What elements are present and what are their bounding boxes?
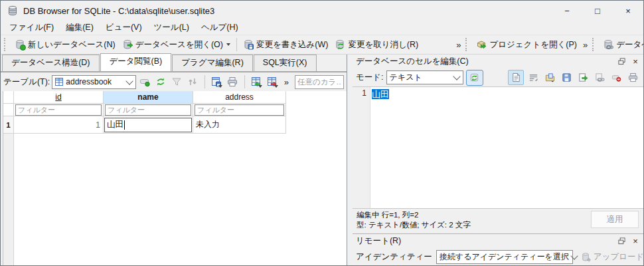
float-panel-button[interactable] [617,57,626,66]
import-file-button[interactable] [542,70,557,84]
app-window: DB Browser for SQLite - C:\data\sqlite\u… [0,0,644,266]
cell-editor-toolbar: モード: テキスト [353,68,643,86]
text-caret [124,120,125,130]
word-wrap-button[interactable] [526,70,540,84]
data-grid: id name address 1 [3,91,347,265]
browse-panel: データベース構造(D) データ閲覧(B) プラグマ編集(R) SQL実行(X) … [1,55,347,265]
export-table-button[interactable] [266,75,280,89]
refresh-button[interactable] [154,75,168,89]
save-file-button[interactable] [559,70,574,84]
connect-database-button[interactable]: データベースに接続(A) [600,37,644,53]
connect-database-label: データベースに接続(A) [616,39,644,51]
column-header-name[interactable]: name [104,91,193,104]
set-null-button[interactable] [609,70,623,84]
filter-button[interactable] [170,75,184,89]
open-database-button[interactable]: データベースを開く(O) [119,37,234,53]
apply-button[interactable]: 適用 [591,211,639,228]
toolbar-separator [204,75,205,88]
link-data-button[interactable] [592,70,607,84]
filter-any-column-input[interactable] [295,75,344,89]
float-panel-button[interactable] [617,237,626,246]
panel-splitter[interactable] [347,55,353,265]
tab-database-structure[interactable]: データベース構造(D) [2,55,100,71]
sort-button[interactable] [186,75,200,89]
column-header-address[interactable]: address [193,91,286,104]
filter-id-input[interactable] [15,104,102,116]
cell-text-editor[interactable]: 1 山田 [353,86,643,208]
cell-id[interactable]: 1 [14,116,104,134]
toolbar-drag-handle[interactable] [592,38,597,51]
identity-selector[interactable]: 接続するアイデンティティーを選択 [436,250,573,264]
document-icon [511,72,521,82]
menu-help[interactable]: ヘルプ(H) [195,21,244,35]
column-header-id[interactable]: id [14,91,104,104]
filter-cell [104,104,193,116]
filter-address-input[interactable] [195,104,284,116]
tab-edit-pragmas[interactable]: プラグマ編集(R) [172,55,253,71]
filter-icon [171,76,182,87]
close-panel-button[interactable]: × [631,57,640,66]
maximize-button[interactable]: □ [582,1,613,21]
inline-cell-editor[interactable]: 山田 [104,118,192,132]
open-folder-icon [545,72,555,82]
project-overflow-button[interactable]: » [580,40,590,50]
printer-icon [628,72,638,82]
upload-button[interactable]: アップロード [577,250,644,264]
cell-address[interactable]: 未入力 [193,116,286,134]
cell-name-editing[interactable]: 山田 [104,116,193,134]
table-selector[interactable]: addressbook [52,75,135,89]
auto-apply-button[interactable] [466,70,483,86]
app-icon [7,5,19,17]
menu-tools[interactable]: ツール(L) [148,21,195,35]
table-selector-value: addressbook [66,77,112,86]
tab-browse-data[interactable]: データ閲覧(B) [100,53,172,71]
chevron-down-icon [274,85,278,88]
print-button[interactable] [226,75,240,89]
filter-row-gutter [3,104,14,116]
import-table-button[interactable] [250,75,264,89]
text-mode-button[interactable] [508,70,524,85]
connect-database-icon [603,39,613,50]
filter-name-input[interactable] [105,104,191,116]
table-label: テーブル(T): [3,76,50,88]
refresh-icon [155,76,166,87]
link-icon [595,72,605,82]
insert-record-button[interactable] [138,75,152,89]
write-changes-button[interactable]: 変更を書き込み(W) [240,37,332,53]
save-results-button[interactable] [210,75,224,89]
grid-filter-row [3,104,347,116]
toolbar-drag-handle[interactable] [465,38,470,51]
menu-file[interactable]: ファイル(F) [3,21,60,35]
toolbar-drag-handle[interactable] [4,38,9,51]
save-results-icon [211,76,222,87]
new-database-button[interactable]: 新しいデータベース(N) [11,37,119,53]
open-project-icon [476,39,487,50]
title-bar: DB Browser for SQLite - C:\data\sqlite\u… [1,1,643,21]
export-data-button[interactable] [576,70,590,84]
menu-view[interactable]: ビュー(V) [100,21,148,35]
chevron-down-icon [453,72,460,80]
remote-identity-row: アイデンティティー 接続するアイデンティティーを選択 [353,248,643,265]
browse-overflow-button[interactable]: » [282,77,291,87]
save-icon [562,72,572,82]
chevron-down-icon [125,77,133,84]
cell-editor-icon-buttons [508,70,640,85]
menu-edit[interactable]: 編集(E) [60,21,100,35]
revert-changes-label: 変更を取り消し(R) [348,39,418,51]
editor-content[interactable]: 山田 [370,87,390,208]
mode-selector[interactable]: テキスト [386,70,463,84]
word-wrap-icon [528,72,538,82]
dock-header-buttons: × [617,57,640,66]
toolbar-separator [244,75,245,88]
toolbar-overflow-button[interactable]: » [453,40,463,50]
revert-changes-button[interactable]: 変更を取り消し(R) [331,37,422,53]
window-controls: − □ × [552,1,643,21]
close-panel-button[interactable]: × [631,237,640,246]
close-button[interactable]: × [613,1,643,21]
print-cell-button[interactable] [625,70,640,84]
minimize-button[interactable]: − [552,1,582,21]
row-number: 1 [3,116,14,134]
tab-execute-sql[interactable]: SQL実行(X) [254,55,317,71]
open-project-button[interactable]: プロジェクトを開く(P) [473,37,580,53]
inline-editor-value: 山田 [107,119,123,130]
